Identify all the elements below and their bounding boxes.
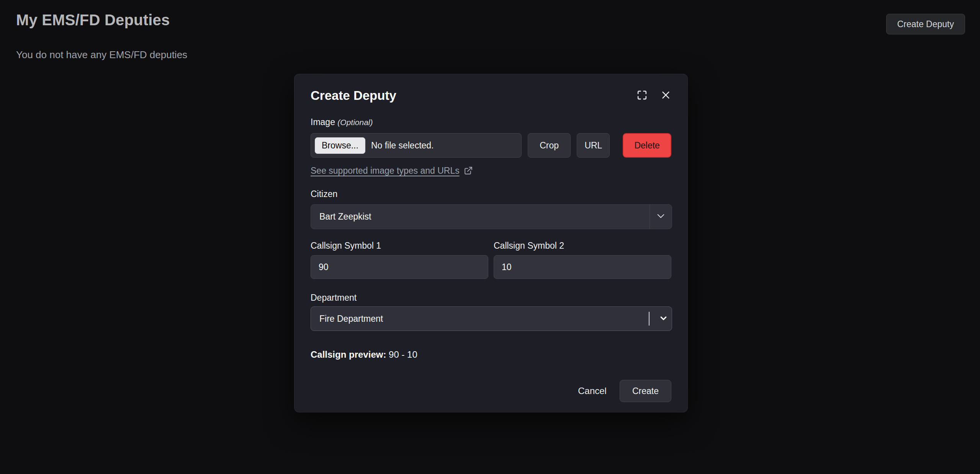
close-button[interactable] [660,90,671,102]
page-title: My EMS/FD Deputies [16,11,170,29]
callsign-preview: Callsign preview: 90 - 10 [311,349,671,361]
text-cursor [649,312,650,326]
create-button[interactable]: Create [620,380,671,402]
create-deputy-button[interactable]: Create Deputy [886,14,965,34]
department-select-chevron-button[interactable] [655,307,672,331]
department-field-label: Department [311,292,671,303]
callsign-preview-label: Callsign preview: [311,349,386,360]
create-deputy-modal: Create Deputy [294,74,688,412]
citizen-select-value: Bart Zeepkist [319,212,650,222]
empty-state-message: You do not have any EMS/FD deputies [16,49,187,61]
delete-image-button[interactable]: Delete [623,133,671,158]
close-icon [660,90,671,102]
cancel-button[interactable]: Cancel [575,386,610,396]
file-status-text: No file selected. [371,140,434,151]
callsign-preview-value: 90 - 10 [389,349,417,360]
maximize-button[interactable] [636,89,648,102]
modal-title: Create Deputy [311,88,396,103]
callsign-grid: Callsign Symbol 1 Callsign Symbol 2 [311,240,671,279]
image-field-label: Image (Optional) [311,116,671,128]
image-file-row: Browse... No file selected. Crop URL Del… [311,133,671,158]
citizen-select-chevron-button[interactable] [650,205,672,229]
maximize-icon [636,89,648,102]
modal-footer: Cancel Create [311,380,671,402]
chevron-down-icon [659,313,668,324]
citizen-field-label: Citizen [311,188,671,200]
crop-button[interactable]: Crop [528,133,571,158]
supported-images-link[interactable]: See supported image types and URLs [311,166,460,176]
department-select[interactable]: Fire Department [311,306,672,331]
image-file-input[interactable]: Browse... No file selected. [311,133,522,158]
url-button[interactable]: URL [577,133,610,158]
modal-header: Create Deputy [311,88,671,103]
callsign2-label: Callsign Symbol 2 [494,240,671,251]
citizen-select[interactable]: Bart Zeepkist [311,204,672,229]
department-select-value: Fire Department [319,314,649,324]
callsign1-input[interactable] [311,255,488,279]
browse-button[interactable]: Browse... [315,137,365,154]
callsign2-column: Callsign Symbol 2 [494,240,671,279]
callsign2-input[interactable] [494,255,671,279]
optional-tag: (Optional) [337,118,373,127]
callsign1-label: Callsign Symbol 1 [311,240,488,251]
supported-images-row: See supported image types and URLs [311,165,671,176]
modal-header-icons [636,89,671,102]
callsign1-column: Callsign Symbol 1 [311,240,488,279]
external-link-icon [463,166,473,176]
chevron-down-icon [655,210,666,223]
